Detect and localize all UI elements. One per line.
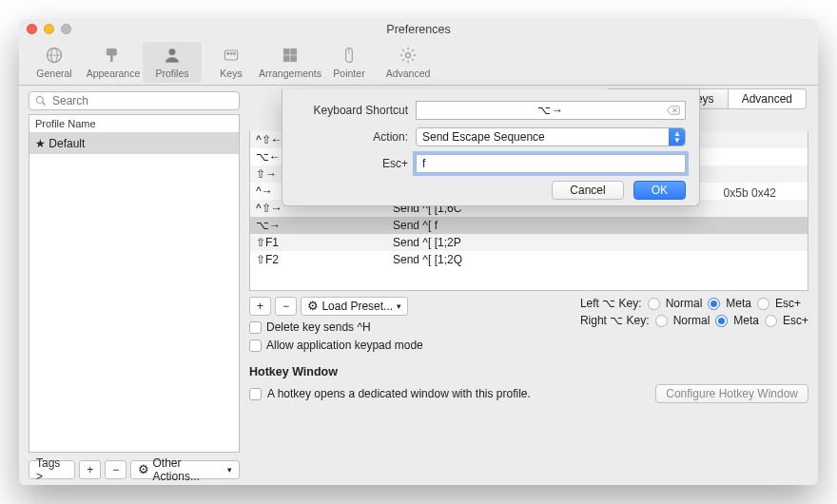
profile-row-default[interactable]: ★ Default bbox=[29, 133, 239, 154]
toolbar-label: Keys bbox=[220, 68, 242, 79]
chevron-down-icon: ▾ bbox=[227, 465, 232, 475]
svg-rect-3 bbox=[107, 48, 116, 55]
remove-mapping-button[interactable]: − bbox=[275, 297, 297, 316]
svg-point-16 bbox=[406, 53, 411, 58]
svg-rect-6 bbox=[224, 50, 237, 60]
grid-icon bbox=[280, 45, 301, 66]
other-actions-button[interactable]: Other Actions... ▾ bbox=[130, 460, 240, 479]
load-preset-select[interactable]: Load Preset... ▾ bbox=[301, 297, 408, 316]
edit-shortcut-sheet: Keyboard Shortcut ⌥→ Action: Send Escape… bbox=[282, 89, 700, 206]
svg-rect-7 bbox=[227, 53, 229, 55]
radio-meta[interactable] bbox=[708, 298, 720, 310]
svg-rect-4 bbox=[111, 55, 113, 62]
right-opt-key-row: Right ⌥ Key: Normal Meta Esc+ bbox=[580, 314, 808, 327]
toolbar-pointer[interactable]: Pointer bbox=[320, 42, 379, 83]
tags-button[interactable]: Tags > bbox=[29, 460, 75, 479]
svg-line-18 bbox=[43, 103, 46, 106]
key-icon bbox=[221, 45, 242, 66]
opt-escp-label: Esc+ bbox=[775, 297, 801, 310]
toolbar-label: Appearance bbox=[87, 68, 141, 79]
zoom-icon bbox=[61, 24, 71, 34]
delete-sends-label: Delete key sends ^H bbox=[266, 320, 371, 334]
titlebar: Preferences bbox=[19, 19, 818, 40]
profiles-table: Profile Name ★ Default bbox=[29, 114, 240, 453]
allow-keypad-label: Allow application keypad mode bbox=[266, 339, 423, 352]
sidebar-bottom-bar: Tags > + − Other Actions... ▾ bbox=[29, 456, 240, 485]
radio-normal[interactable] bbox=[655, 315, 668, 327]
gear-icon bbox=[398, 45, 418, 66]
ok-button[interactable]: OK bbox=[633, 181, 686, 200]
toolbar-arrangements[interactable]: Arrangements bbox=[261, 42, 320, 83]
esc-label: Esc+ bbox=[296, 157, 408, 170]
preferences-window: Preferences GeneralAppearanceProfilesKey… bbox=[19, 19, 818, 485]
keymap-row[interactable]: ⌥→Send ^[ f bbox=[250, 217, 808, 234]
hex-hint: 0x5b 0x42 bbox=[724, 186, 776, 200]
globe-icon bbox=[44, 45, 65, 66]
keymap-row[interactable]: ⇧F1Send ^[ [1;2P bbox=[250, 234, 808, 251]
left-opt-label: Left ⌥ Key: bbox=[580, 297, 642, 310]
toolbar-label: Pointer bbox=[333, 68, 364, 79]
profiles-header: Profile Name bbox=[29, 115, 239, 133]
add-profile-button[interactable]: + bbox=[79, 460, 101, 479]
hotkey-checkbox-label: A hotkey opens a dedicated window with t… bbox=[267, 387, 650, 400]
gear-icon bbox=[307, 300, 319, 313]
toolbar-label: Arrangements bbox=[259, 68, 321, 79]
ks-field[interactable]: ⌥→ bbox=[416, 101, 686, 120]
toolbar-general[interactable]: General bbox=[25, 42, 84, 83]
svg-point-17 bbox=[37, 97, 44, 104]
action-select[interactable]: Send Escape Sequence ▲▼ bbox=[416, 127, 686, 146]
svg-rect-9 bbox=[234, 53, 236, 55]
toolbar-label: Profiles bbox=[155, 68, 188, 79]
add-mapping-button[interactable]: + bbox=[249, 297, 271, 316]
keymap-key: ⇧F1 bbox=[250, 236, 393, 249]
keymap-row[interactable]: ⇧F2Send ^[ [1;2Q bbox=[250, 251, 808, 268]
radio-meta[interactable] bbox=[715, 315, 728, 327]
svg-rect-11 bbox=[291, 48, 297, 54]
toolbar-profiles[interactable]: Profiles bbox=[143, 42, 202, 83]
action-label: Action: bbox=[296, 130, 408, 144]
toolbar-appearance[interactable]: Appearance bbox=[84, 42, 143, 83]
toolbar-keys[interactable]: Keys bbox=[202, 42, 261, 83]
opt-meta-label: Meta bbox=[726, 297, 751, 310]
search-field-wrap[interactable] bbox=[29, 91, 240, 110]
cancel-button[interactable]: Cancel bbox=[552, 181, 623, 200]
allow-keypad-row[interactable]: Allow application keypad mode bbox=[249, 339, 808, 352]
radio-normal[interactable] bbox=[648, 298, 660, 310]
checkbox-icon[interactable] bbox=[249, 339, 262, 352]
opt-meta-label: Meta bbox=[733, 314, 759, 327]
toolbar-advanced[interactable]: Advanced bbox=[379, 42, 438, 83]
opt-escp-label: Esc+ bbox=[783, 314, 808, 327]
remove-profile-button[interactable]: − bbox=[105, 460, 127, 479]
close-icon[interactable] bbox=[27, 24, 37, 34]
esc-field[interactable]: f bbox=[416, 154, 686, 173]
other-actions-label: Other Actions... bbox=[153, 456, 224, 483]
checkbox-icon[interactable] bbox=[249, 321, 262, 334]
search-input[interactable] bbox=[50, 93, 233, 108]
action-value: Send Escape Sequence bbox=[422, 130, 545, 144]
keymap-action: Send ^[ f bbox=[393, 219, 808, 232]
sidebar: Profile Name ★ Default Tags > + − Other … bbox=[29, 91, 240, 485]
esc-value: f bbox=[422, 157, 425, 170]
opt-normal-label: Normal bbox=[673, 314, 710, 327]
svg-rect-10 bbox=[283, 48, 289, 54]
ks-label: Keyboard Shortcut bbox=[296, 104, 408, 117]
radio-escp[interactable] bbox=[757, 298, 769, 310]
traffic-lights bbox=[27, 24, 71, 34]
toolbar-label: Advanced bbox=[386, 68, 431, 79]
radio-escp[interactable] bbox=[765, 315, 777, 327]
svg-rect-8 bbox=[230, 53, 232, 55]
window-title: Preferences bbox=[386, 23, 450, 36]
chevron-down-icon: ▾ bbox=[397, 301, 401, 311]
keymap-action: Send ^[ [1;2P bbox=[393, 236, 808, 249]
search-icon bbox=[35, 95, 47, 107]
svg-point-5 bbox=[169, 48, 176, 55]
clear-icon[interactable] bbox=[666, 104, 681, 117]
minimize-icon[interactable] bbox=[44, 24, 54, 34]
mouse-icon bbox=[339, 45, 360, 66]
checkbox-icon[interactable] bbox=[249, 388, 262, 400]
modifier-keys-block: Left ⌥ Key: Normal Meta Esc+ Right ⌥ Key… bbox=[580, 297, 808, 327]
ks-value: ⌥→ bbox=[422, 104, 679, 117]
configure-hotkey-button: Configure Hotkey Window bbox=[655, 384, 808, 403]
load-preset-label: Load Preset... bbox=[321, 300, 393, 313]
hotkey-header: Hotkey Window bbox=[249, 365, 808, 378]
